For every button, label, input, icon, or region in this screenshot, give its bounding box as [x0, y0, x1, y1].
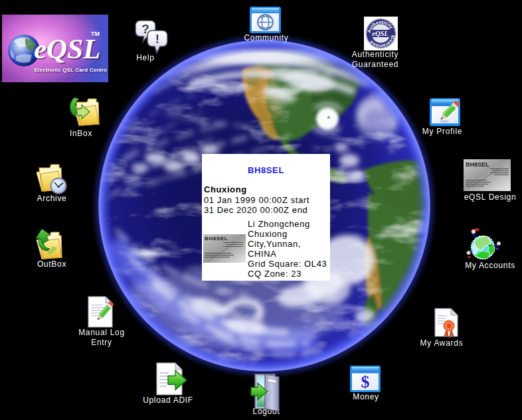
svg-text:eQSL: eQSL: [372, 30, 389, 37]
svg-text:?: ?: [141, 22, 149, 36]
svg-text:$: $: [361, 372, 370, 391]
svg-text:eQSL: eQSL: [34, 33, 100, 64]
svg-text:!: !: [155, 32, 159, 46]
svg-text:TM: TM: [91, 31, 100, 37]
svg-text:BH8SEL: BH8SEL: [466, 161, 489, 168]
svg-text:BH8SEL: BH8SEL: [205, 236, 228, 242]
